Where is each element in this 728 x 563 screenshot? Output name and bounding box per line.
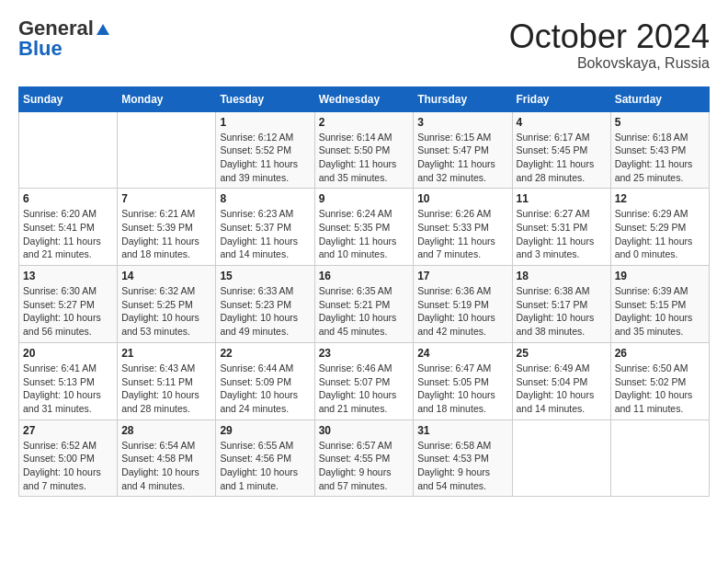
day-info: Sunrise: 6:23 AMSunset: 5:37 PMDaylight:… xyxy=(220,207,310,261)
calendar-cell: 27Sunrise: 6:52 AMSunset: 5:00 PMDayligh… xyxy=(19,419,118,497)
day-number: 30 xyxy=(319,424,410,437)
day-info: Sunrise: 6:26 AMSunset: 5:33 PMDaylight:… xyxy=(417,207,507,261)
calendar-week-row: 27Sunrise: 6:52 AMSunset: 5:00 PMDayligh… xyxy=(19,419,710,497)
day-number: 9 xyxy=(319,192,410,205)
logo-triangle-icon xyxy=(96,22,110,37)
title-block: October 2024 Bokovskaya, Russia xyxy=(509,18,710,72)
day-info: Sunrise: 6:24 AMSunset: 5:35 PMDaylight:… xyxy=(319,207,410,261)
month-title: October 2024 xyxy=(509,18,710,55)
calendar-cell xyxy=(512,419,610,497)
calendar-cell: 10Sunrise: 6:26 AMSunset: 5:33 PMDayligh… xyxy=(414,189,512,266)
calendar-cell: 12Sunrise: 6:29 AMSunset: 5:29 PMDayligh… xyxy=(610,189,709,266)
calendar-cell: 20Sunrise: 6:41 AMSunset: 5:13 PMDayligh… xyxy=(19,342,118,419)
day-number: 8 xyxy=(220,192,310,205)
calendar-cell: 17Sunrise: 6:36 AMSunset: 5:19 PMDayligh… xyxy=(414,266,512,343)
day-number: 6 xyxy=(23,192,113,205)
logo-blue-text: Blue xyxy=(18,39,63,59)
day-number: 18 xyxy=(517,270,607,282)
calendar-week-row: 13Sunrise: 6:30 AMSunset: 5:27 PMDayligh… xyxy=(19,266,710,343)
calendar-cell: 4Sunrise: 6:17 AMSunset: 5:45 PMDaylight… xyxy=(512,111,610,189)
calendar-cell: 22Sunrise: 6:44 AMSunset: 5:09 PMDayligh… xyxy=(216,342,314,419)
calendar-cell: 5Sunrise: 6:18 AMSunset: 5:43 PMDaylight… xyxy=(610,111,709,189)
calendar-cell: 23Sunrise: 6:46 AMSunset: 5:07 PMDayligh… xyxy=(314,342,414,419)
day-info: Sunrise: 6:21 AMSunset: 5:39 PMDaylight:… xyxy=(121,207,211,261)
day-info: Sunrise: 6:44 AMSunset: 5:09 PMDaylight:… xyxy=(220,362,310,416)
day-info: Sunrise: 6:47 AMSunset: 5:05 PMDaylight:… xyxy=(417,362,507,416)
day-number: 20 xyxy=(23,347,113,360)
day-info: Sunrise: 6:29 AMSunset: 5:29 PMDaylight:… xyxy=(615,207,705,261)
day-info: Sunrise: 6:55 AMSunset: 4:56 PMDaylight:… xyxy=(220,439,310,493)
calendar-cell: 2Sunrise: 6:14 AMSunset: 5:50 PMDaylight… xyxy=(314,111,414,189)
day-info: Sunrise: 6:41 AMSunset: 5:13 PMDaylight:… xyxy=(23,362,113,416)
calendar-cell: 16Sunrise: 6:35 AMSunset: 5:21 PMDayligh… xyxy=(314,266,414,343)
day-info: Sunrise: 6:39 AMSunset: 5:15 PMDaylight:… xyxy=(615,284,705,339)
day-number: 2 xyxy=(319,116,410,129)
calendar-cell: 14Sunrise: 6:32 AMSunset: 5:25 PMDayligh… xyxy=(118,266,216,343)
day-info: Sunrise: 6:35 AMSunset: 5:21 PMDaylight:… xyxy=(319,284,410,339)
day-number: 25 xyxy=(517,347,607,360)
day-number: 7 xyxy=(121,192,211,205)
day-number: 19 xyxy=(615,270,705,282)
calendar-cell: 30Sunrise: 6:57 AMSunset: 4:55 PMDayligh… xyxy=(314,419,414,497)
page-header: General Blue October 2024 Bokovskaya, Ru… xyxy=(18,18,710,72)
day-info: Sunrise: 6:46 AMSunset: 5:07 PMDaylight:… xyxy=(319,362,410,416)
day-number: 22 xyxy=(220,347,310,360)
calendar-cell xyxy=(19,111,118,189)
day-number: 31 xyxy=(417,424,507,437)
day-info: Sunrise: 6:50 AMSunset: 5:02 PMDaylight:… xyxy=(615,362,705,416)
calendar-cell: 3Sunrise: 6:15 AMSunset: 5:47 PMDaylight… xyxy=(414,111,512,189)
svg-marker-0 xyxy=(97,24,109,35)
day-number: 17 xyxy=(417,270,507,282)
weekday-header: Thursday xyxy=(414,86,512,111)
day-info: Sunrise: 6:49 AMSunset: 5:04 PMDaylight:… xyxy=(517,362,607,416)
day-number: 5 xyxy=(615,116,705,129)
weekday-header: Tuesday xyxy=(216,86,314,111)
day-number: 12 xyxy=(615,192,705,205)
day-info: Sunrise: 6:58 AMSunset: 4:53 PMDaylight:… xyxy=(417,439,507,493)
calendar-cell xyxy=(610,419,709,497)
calendar-header: SundayMondayTuesdayWednesdayThursdayFrid… xyxy=(19,86,710,111)
day-number: 24 xyxy=(417,347,507,360)
calendar-cell: 11Sunrise: 6:27 AMSunset: 5:31 PMDayligh… xyxy=(512,189,610,266)
day-number: 21 xyxy=(121,347,211,360)
logo: General Blue xyxy=(18,18,110,59)
day-number: 3 xyxy=(417,116,507,129)
day-info: Sunrise: 6:17 AMSunset: 5:45 PMDaylight:… xyxy=(517,131,607,185)
calendar-cell: 1Sunrise: 6:12 AMSunset: 5:52 PMDaylight… xyxy=(216,111,314,189)
day-number: 13 xyxy=(23,270,113,282)
day-number: 28 xyxy=(121,424,211,437)
day-number: 14 xyxy=(121,270,211,282)
calendar-cell: 7Sunrise: 6:21 AMSunset: 5:39 PMDaylight… xyxy=(118,189,216,266)
calendar-cell: 24Sunrise: 6:47 AMSunset: 5:05 PMDayligh… xyxy=(414,342,512,419)
day-number: 11 xyxy=(517,192,607,205)
calendar-week-row: 20Sunrise: 6:41 AMSunset: 5:13 PMDayligh… xyxy=(19,342,710,419)
location-title: Bokovskaya, Russia xyxy=(509,55,710,72)
calendar-cell: 21Sunrise: 6:43 AMSunset: 5:11 PMDayligh… xyxy=(118,342,216,419)
day-info: Sunrise: 6:57 AMSunset: 4:55 PMDaylight:… xyxy=(319,439,410,493)
logo-general-text: General xyxy=(18,18,94,39)
weekday-header: Friday xyxy=(512,86,610,111)
calendar-cell: 13Sunrise: 6:30 AMSunset: 5:27 PMDayligh… xyxy=(19,266,118,343)
day-number: 4 xyxy=(517,116,607,129)
day-info: Sunrise: 6:12 AMSunset: 5:52 PMDaylight:… xyxy=(220,131,310,185)
day-info: Sunrise: 6:54 AMSunset: 4:58 PMDaylight:… xyxy=(121,439,211,493)
day-number: 15 xyxy=(220,270,310,282)
day-info: Sunrise: 6:32 AMSunset: 5:25 PMDaylight:… xyxy=(121,284,211,339)
calendar-week-row: 6Sunrise: 6:20 AMSunset: 5:41 PMDaylight… xyxy=(19,189,710,266)
day-info: Sunrise: 6:36 AMSunset: 5:19 PMDaylight:… xyxy=(417,284,507,339)
day-info: Sunrise: 6:15 AMSunset: 5:47 PMDaylight:… xyxy=(417,131,507,185)
weekday-header: Monday xyxy=(118,86,216,111)
calendar-cell: 19Sunrise: 6:39 AMSunset: 5:15 PMDayligh… xyxy=(610,266,709,343)
day-number: 1 xyxy=(220,116,310,129)
day-info: Sunrise: 6:27 AMSunset: 5:31 PMDaylight:… xyxy=(517,207,607,261)
day-info: Sunrise: 6:18 AMSunset: 5:43 PMDaylight:… xyxy=(615,131,705,185)
day-info: Sunrise: 6:14 AMSunset: 5:50 PMDaylight:… xyxy=(319,131,410,185)
calendar-table: SundayMondayTuesdayWednesdayThursdayFrid… xyxy=(18,86,710,498)
calendar-week-row: 1Sunrise: 6:12 AMSunset: 5:52 PMDaylight… xyxy=(19,111,710,189)
day-info: Sunrise: 6:30 AMSunset: 5:27 PMDaylight:… xyxy=(23,284,113,339)
calendar-cell: 8Sunrise: 6:23 AMSunset: 5:37 PMDaylight… xyxy=(216,189,314,266)
day-number: 26 xyxy=(615,347,705,360)
day-number: 16 xyxy=(319,270,410,282)
weekday-header: Wednesday xyxy=(314,86,414,111)
calendar-cell: 6Sunrise: 6:20 AMSunset: 5:41 PMDaylight… xyxy=(19,189,118,266)
